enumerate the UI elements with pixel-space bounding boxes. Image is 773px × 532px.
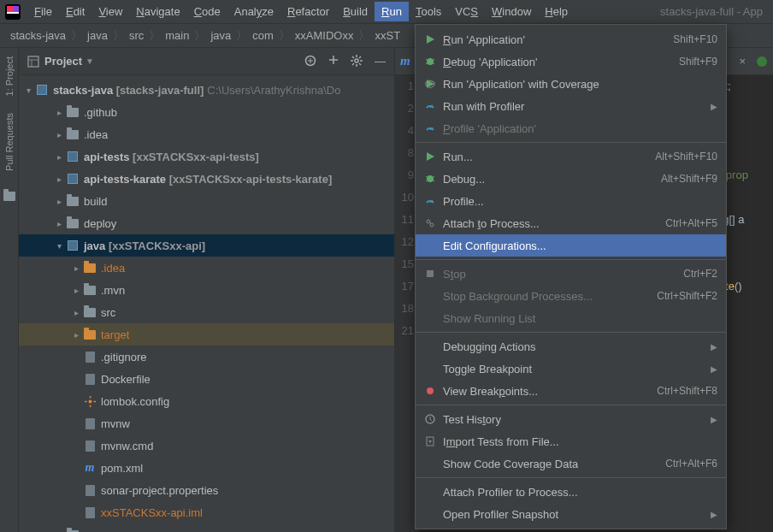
panel-title[interactable]: Project	[44, 55, 82, 68]
tree-item--gitignore[interactable]: .gitignore	[19, 346, 394, 368]
panel-header: Project ▼ —	[19, 48, 394, 75]
menu-run[interactable]: Run	[375, 2, 409, 21]
crumb[interactable]: stacks-java	[9, 29, 68, 42]
menu-item-open-profiler-snapshot[interactable]: Open Profiler Snapshot▶	[416, 503, 726, 525]
tree-item-mvnw[interactable]: mvnw	[19, 412, 394, 434]
line-number: 21	[395, 320, 414, 342]
stop-icon	[422, 269, 438, 279]
crumb-sep: 〉	[109, 28, 127, 44]
maven-tab-icon[interactable]: m	[400, 54, 410, 68]
menu-item-profile[interactable]: Profile...	[416, 190, 726, 212]
folder-icon	[65, 194, 80, 208]
tree-item-pom-xml[interactable]: mpom.xml	[19, 457, 394, 479]
bp-icon	[422, 386, 438, 396]
menu-item-debugging-actions[interactable]: Debugging Actions▶	[416, 335, 726, 358]
crumb[interactable]: main	[163, 29, 191, 42]
tree-item--idea[interactable]: ▸.idea	[19, 257, 394, 279]
play-icon	[422, 34, 438, 44]
gear-icon[interactable]	[351, 55, 363, 68]
menu-view[interactable]: View	[91, 2, 129, 21]
svg-line-19	[352, 63, 354, 65]
menu-vcs[interactable]: VCS	[448, 2, 485, 21]
crumb[interactable]: src	[127, 29, 145, 42]
menu-item-view-breakpoints[interactable]: View Breakpoints...Ctrl+Shift+F8	[416, 380, 726, 402]
expand-all-icon[interactable]	[328, 55, 339, 68]
file-icon	[82, 350, 97, 364]
menu-item-run[interactable]: Run...Alt+Shift+F10	[416, 145, 726, 168]
menu-item-toggle-breakpoint[interactable]: Toggle Breakpoint▶	[416, 358, 726, 380]
tree-item-lombok-config[interactable]: lombok.config	[19, 390, 394, 412]
menu-code[interactable]: Code	[187, 2, 227, 21]
tree-item-src[interactable]: ▸src	[19, 301, 394, 323]
line-number: 17	[395, 275, 414, 298]
module-icon	[34, 83, 50, 97]
svg-point-47	[427, 387, 434, 394]
svg-line-30	[433, 59, 434, 61]
crumb[interactable]: com	[251, 29, 275, 42]
menu-help[interactable]: Help	[538, 2, 575, 21]
menu-item-test-history[interactable]: Test History▶	[416, 408, 726, 430]
crumb[interactable]: xxST	[373, 29, 402, 42]
menu-refactor[interactable]: Refactor	[280, 2, 336, 21]
tree-item-api-tests[interactable]: ▸api-tests [xxSTACKSxx-api-tests]	[19, 145, 394, 168]
menu-navigate[interactable]: Navigate	[129, 2, 186, 21]
tree-item-deploy[interactable]: ▸deploy	[19, 212, 394, 234]
menu-item-show-code-coverage-data[interactable]: Show Code Coverage DataCtrl+Alt+F6	[416, 452, 726, 475]
gutter-project[interactable]: 1: Project	[4, 56, 15, 96]
menu-analyze[interactable]: Analyze	[227, 2, 280, 21]
svg-line-45	[429, 222, 431, 224]
crumb-sep: 〉	[233, 28, 251, 44]
menu-item-debug[interactable]: Debug...Alt+Shift+F9	[416, 168, 726, 190]
tree-item--idea[interactable]: ▸.idea	[19, 123, 394, 145]
menu-build[interactable]: Build	[336, 2, 375, 21]
line-number: 12	[395, 231, 414, 253]
menu-edit[interactable]: Edit	[59, 2, 91, 21]
tree-item-api-tests-karate[interactable]: ▸api-tests-karate [xxSTACKSxx-api-tests-…	[19, 168, 394, 190]
menu-item-debug-application[interactable]: Debug 'Application'Shift+F9	[416, 50, 726, 73]
window-title: stacks-java-full - App	[660, 5, 768, 18]
select-opened-icon[interactable]	[304, 55, 316, 68]
tree-item--mvn[interactable]: ▸.mvn	[19, 279, 394, 301]
folder-icon[interactable]	[3, 192, 15, 201]
tree-item-xxstacksxx-api-iml[interactable]: xxSTACKSxx-api.iml	[19, 501, 394, 523]
tree-item-target[interactable]: ▸target	[19, 323, 394, 346]
folder-icon	[82, 261, 97, 275]
left-gutter: 1: Project Pull Requests	[0, 48, 19, 532]
menu-tools[interactable]: Tools	[409, 2, 448, 21]
import-icon	[422, 436, 438, 446]
tree-item-src[interactable]: ▸src	[19, 523, 394, 532]
tree-item-java[interactable]: ▾java [xxSTACKSxx-api]	[19, 234, 394, 257]
menu-item-attach-profiler-to-process[interactable]: Attach Profiler to Process...	[416, 481, 726, 503]
crumb[interactable]: java	[86, 29, 109, 42]
svg-line-38	[426, 176, 428, 178]
crumb[interactable]: java	[209, 29, 233, 42]
menu-item-profile-application: Profile 'Application'	[416, 117, 726, 139]
menu-item-edit-configurations[interactable]: Edit Configurations...	[416, 234, 726, 257]
tree-item-sonar-project-properties[interactable]: sonar-project.properties	[19, 479, 394, 501]
hide-icon[interactable]: —	[375, 55, 386, 68]
tree-item-build[interactable]: ▸build	[19, 190, 394, 212]
run-tab-icon[interactable]	[756, 56, 768, 68]
tree-item--github[interactable]: ▸.github	[19, 101, 394, 123]
tree-item-mvnw-cmd[interactable]: mvnw.cmd	[19, 434, 394, 457]
panel-dropdown-icon[interactable]: ▼	[86, 56, 94, 66]
menu-item-run-with-profiler[interactable]: Run with Profiler▶	[416, 95, 726, 117]
menu-file[interactable]: File	[27, 2, 59, 21]
tree-root[interactable]: ▾stacks-java [stacks-java-full] C:\Users…	[19, 79, 394, 101]
line-number: 8	[395, 142, 414, 164]
svg-rect-2	[13, 6, 19, 12]
gutter-pull-requests[interactable]: Pull Requests	[4, 113, 15, 171]
menu-item-import-tests-from-file[interactable]: Import Tests from File...	[416, 430, 726, 452]
menu-item-attach-to-process[interactable]: Attach to Process...Ctrl+Alt+F5	[416, 212, 726, 234]
crumb[interactable]: xxAMIDOxx	[293, 29, 356, 42]
menu-item-run-application[interactable]: Run 'Application'Shift+F10	[416, 28, 726, 50]
menu-separator	[416, 405, 726, 405]
tree-item-dockerfile[interactable]: Dockerfile	[19, 368, 394, 390]
menu-item-run-application-with-coverage[interactable]: Run 'Application' with Coverage	[416, 73, 726, 95]
line-number: 2	[395, 98, 414, 120]
line-number: 15	[395, 253, 414, 275]
tab-close-icon[interactable]: ×	[734, 55, 751, 68]
menu-separator	[416, 332, 726, 333]
menu-separator	[416, 142, 726, 143]
menu-window[interactable]: Window	[485, 2, 538, 21]
